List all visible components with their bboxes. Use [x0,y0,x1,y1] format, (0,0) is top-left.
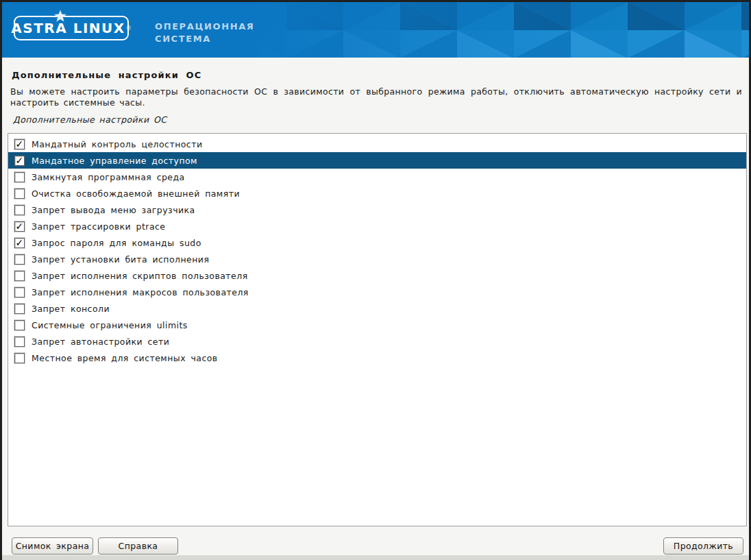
option-label: Системные ограничения ulimits [32,320,188,330]
help-button[interactable]: Справка [98,537,178,555]
page-title: Дополнительные настройки ОС [12,70,201,80]
checkbox-unchecked-icon[interactable] [14,271,25,281]
checkbox-unchecked-icon[interactable] [14,337,25,347]
option-row[interactable]: Запрет консоли [8,300,746,317]
option-label: Мандатное управление доступом [32,156,197,166]
list-caption: Дополнительные настройки ОС [13,114,167,125]
checkbox-checked-icon[interactable]: ✓ [14,221,25,232]
option-row[interactable]: Запрет вывода меню загрузчика [8,202,746,218]
window-bottom-edge [2,555,749,560]
header-banner: ASTRA LINUX® ОПЕРАЦИОННАЯ СИСТЕМА [2,2,749,58]
checkbox-unchecked-icon[interactable] [14,353,25,363]
registered-mark: ® [126,25,132,32]
checkbox-unchecked-icon[interactable] [14,254,25,265]
option-row[interactable]: Замкнутая программная среда [8,169,746,185]
star-icon [54,10,66,22]
option-row[interactable]: ✓Запрос пароля для команды sudo [8,234,746,251]
os-subtitle-line1: ОПЕРАЦИОННАЯ [155,21,254,33]
option-row[interactable]: ✓Запрет трассировки ptrace [8,218,746,234]
option-row[interactable]: Запрет исполнения скриптов пользователя [8,267,746,284]
continue-button[interactable]: Продолжить [663,537,743,555]
option-label: Запрет трассировки ptrace [32,221,166,232]
option-label: Запрос пароля для команды sudo [32,238,201,248]
option-label: Замкнутая программная среда [32,172,185,182]
option-label: Запрет вывода меню загрузчика [32,205,195,215]
screenshot-button[interactable]: Снимок экрана [12,537,93,555]
checkbox-unchecked-icon[interactable] [14,188,25,199]
checkbox-checked-icon[interactable]: ✓ [14,139,25,149]
checkbox-checked-icon[interactable]: ✓ [14,238,25,248]
option-row[interactable]: Системные ограничения ulimits [8,317,746,333]
option-row[interactable]: Запрет автонастройки сети [8,333,746,350]
option-row[interactable]: Местное время для системных часов [8,350,746,366]
option-label: Запрет установки бита исполнения [32,254,209,265]
option-row[interactable]: Запрет исполнения макросов пользователя [8,284,746,300]
option-label: Запрет исполнения скриптов пользователя [32,271,248,281]
installer-window: ASTRA LINUX® ОПЕРАЦИОННАЯ СИСТЕМА Дополн… [0,0,751,560]
option-row[interactable]: ✓Мандатное управление доступом [8,152,746,169]
checkbox-unchecked-icon[interactable] [14,172,25,182]
astra-linux-logo: ASTRA LINUX® [14,16,129,40]
checkbox-unchecked-icon[interactable] [14,320,25,330]
os-subtitle-line2: СИСТЕМА [155,33,254,45]
page-description: Вы можете настроить параметры безопаснос… [10,86,742,108]
option-label: Очистка освобождаемой внешней памяти [32,188,240,199]
options-list[interactable]: ✓Мандатный контроль целостности✓Мандатно… [8,133,747,526]
option-label: Запрет консоли [32,304,110,314]
option-row[interactable]: Запрет установки бита исполнения [8,251,746,267]
os-subtitle: ОПЕРАЦИОННАЯ СИСТЕМА [155,21,254,45]
checkbox-unchecked-icon[interactable] [14,304,25,314]
logo-text: ASTRA LINUX [11,20,125,36]
checkbox-unchecked-icon[interactable] [14,205,25,215]
checkbox-unchecked-icon[interactable] [14,287,25,297]
option-label: Запрет автонастройки сети [32,337,169,347]
checkbox-checked-icon[interactable]: ✓ [14,156,25,166]
option-row[interactable]: ✓Мандатный контроль целостности [8,136,746,152]
option-label: Местное время для системных часов [32,353,218,363]
option-label: Запрет исполнения макросов пользователя [32,287,249,297]
option-label: Мандатный контроль целостности [32,139,203,149]
option-row[interactable]: Очистка освобождаемой внешней памяти [8,185,746,202]
